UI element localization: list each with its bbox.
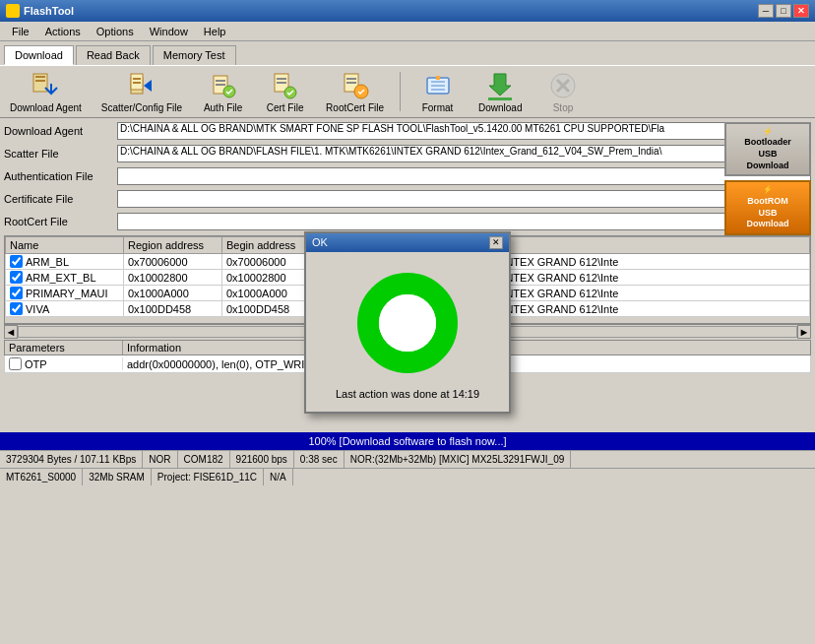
ok-dialog: OK ✕ Last action was done at 14:19 bbox=[304, 231, 511, 414]
dialog-title-text: OK bbox=[312, 236, 328, 248]
svg-rect-2 bbox=[35, 80, 45, 82]
dialog-body: Last action was done at 14:19 bbox=[306, 252, 509, 412]
menu-file[interactable]: File bbox=[4, 24, 37, 39]
download-agent-icon bbox=[30, 70, 61, 101]
menu-window[interactable]: Window bbox=[142, 24, 196, 39]
window-controls: ─ □ ✕ bbox=[758, 4, 809, 18]
svg-rect-13 bbox=[277, 78, 286, 80]
menu-options[interactable]: Options bbox=[89, 24, 142, 39]
menu-help[interactable]: Help bbox=[196, 24, 234, 39]
svg-rect-14 bbox=[277, 82, 286, 84]
tab-memtest[interactable]: Memory Test bbox=[153, 45, 236, 65]
menu-bar: File Actions Options Window Help bbox=[0, 22, 815, 41]
svg-rect-10 bbox=[216, 84, 225, 86]
svg-rect-9 bbox=[216, 80, 225, 82]
tab-readback[interactable]: Read Back bbox=[76, 45, 151, 65]
cert-icon bbox=[270, 70, 301, 101]
format-icon bbox=[422, 70, 454, 101]
tab-bar: Download Read Back Memory Test bbox=[0, 41, 815, 65]
dialog-status-text: Last action was done at 14:19 bbox=[336, 388, 479, 400]
maximize-button[interactable]: □ bbox=[776, 4, 791, 18]
tab-download[interactable]: Download bbox=[4, 45, 74, 65]
svg-rect-7 bbox=[133, 82, 141, 84]
dialog-overlay: OK ✕ Last action was done at 14:19 bbox=[0, 98, 815, 546]
close-button[interactable]: ✕ bbox=[793, 4, 809, 18]
minimize-button[interactable]: ─ bbox=[758, 4, 774, 18]
scatter-icon bbox=[126, 70, 157, 101]
title-bar: FlashTool ─ □ ✕ bbox=[0, 0, 815, 22]
auth-icon bbox=[208, 70, 239, 101]
stop-icon bbox=[547, 70, 579, 101]
svg-rect-17 bbox=[346, 78, 356, 80]
menu-actions[interactable]: Actions bbox=[37, 24, 89, 39]
dialog-close-button[interactable]: ✕ bbox=[489, 236, 503, 249]
rootcert-icon bbox=[340, 70, 371, 101]
svg-point-30 bbox=[379, 294, 436, 352]
window-title: FlashTool bbox=[24, 5, 74, 17]
progress-donut bbox=[348, 264, 467, 382]
svg-rect-18 bbox=[346, 82, 356, 84]
svg-rect-6 bbox=[133, 78, 141, 80]
dialog-title-bar: OK ✕ bbox=[306, 233, 509, 252]
app-icon bbox=[6, 4, 20, 18]
svg-rect-1 bbox=[35, 76, 45, 78]
download-icon bbox=[484, 70, 516, 101]
